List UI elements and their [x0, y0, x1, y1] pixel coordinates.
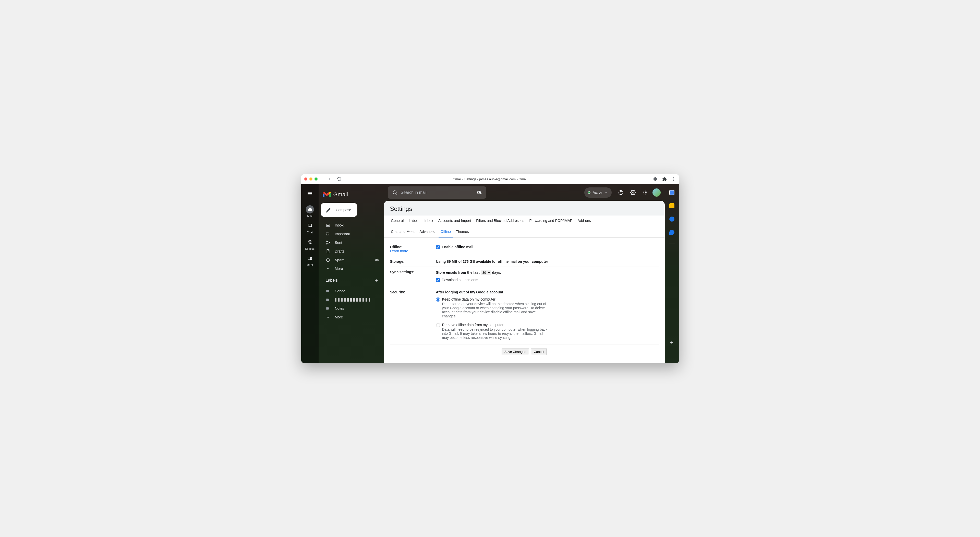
- help-button[interactable]: [616, 187, 626, 198]
- minimize-window[interactable]: [309, 177, 312, 180]
- keep-app[interactable]: [667, 201, 677, 211]
- search-icon: [392, 190, 398, 195]
- svg-rect-5: [308, 257, 310, 260]
- sync-label: Sync settings:: [390, 270, 415, 274]
- save-button[interactable]: Save Changes: [502, 349, 529, 355]
- contacts-app[interactable]: [667, 227, 677, 237]
- svg-point-17: [645, 192, 646, 193]
- main-menu-button[interactable]: [304, 187, 316, 200]
- back-button[interactable]: [328, 177, 332, 181]
- tab-themes[interactable]: Themes: [454, 226, 471, 237]
- sidebar-item-label: Inbox: [335, 223, 344, 227]
- traffic-lights: [304, 177, 318, 180]
- tune-icon[interactable]: [476, 190, 482, 195]
- tab-labels[interactable]: Labels: [407, 215, 421, 226]
- drafts-icon: [326, 249, 330, 253]
- enable-offline-row[interactable]: Enable offline mail: [436, 245, 659, 249]
- svg-point-10: [480, 193, 482, 194]
- storage-value: Using 89 MB of 276 GB available for offl…: [436, 260, 659, 263]
- tab-chat[interactable]: Chat and Meet: [389, 226, 417, 237]
- labels-more[interactable]: More: [321, 313, 382, 321]
- tab-inbox[interactable]: Inbox: [423, 215, 435, 226]
- learn-more-link[interactable]: Learn more: [390, 249, 436, 253]
- close-window[interactable]: [304, 177, 307, 180]
- extensions-puzzle-icon[interactable]: [662, 177, 667, 181]
- download-attachments-checkbox[interactable]: [436, 278, 440, 282]
- sidebar-item-inbox[interactable]: Inbox: [321, 221, 382, 229]
- keep-data-radio[interactable]: [436, 298, 440, 301]
- extension-icon[interactable]: [653, 177, 658, 181]
- enable-offline-checkbox[interactable]: [436, 245, 440, 249]
- remove-data-row[interactable]: Remove offline data from my computer Dat…: [436, 323, 659, 339]
- tab-forwarding[interactable]: Forwarding and POP/IMAP: [527, 215, 574, 226]
- download-attachments-row[interactable]: Download attachments: [436, 278, 659, 282]
- remove-data-radio[interactable]: [436, 323, 440, 327]
- download-attachments-label: Download attachments: [442, 278, 478, 282]
- label-notes[interactable]: Notes: [321, 304, 382, 312]
- svg-point-16: [643, 192, 644, 193]
- label-redacted[interactable]: [321, 296, 382, 304]
- label-text: Condo: [335, 289, 345, 293]
- settings-button[interactable]: [628, 187, 638, 198]
- mail-icon: [307, 207, 312, 212]
- status-label: Active: [592, 191, 602, 194]
- rail-mail[interactable]: Mail: [303, 204, 317, 219]
- browser-menu-icon[interactable]: [671, 177, 676, 181]
- tab-general[interactable]: General: [389, 215, 406, 226]
- rail-spaces-label: Spaces: [305, 247, 315, 250]
- svg-point-21: [646, 194, 647, 194]
- sidebar-item-label: Spam: [335, 258, 345, 262]
- compose-button[interactable]: Compose: [321, 203, 357, 217]
- chevron-down-icon: [605, 191, 608, 194]
- calendar-app[interactable]: [667, 187, 677, 198]
- sync-suffix: days.: [492, 271, 501, 274]
- svg-point-18: [646, 192, 647, 193]
- tab-advanced[interactable]: Advanced: [417, 226, 437, 237]
- spam-icon: [326, 258, 330, 262]
- apps-button[interactable]: [640, 187, 651, 198]
- maximize-window[interactable]: [315, 177, 318, 180]
- tab-accounts[interactable]: Accounts and Import: [436, 215, 473, 226]
- spaces-icon: [307, 239, 312, 245]
- offline-label: Offline:: [390, 245, 402, 249]
- svg-point-13: [643, 191, 644, 191]
- sidebar-item-sent[interactable]: Sent: [321, 239, 382, 247]
- keep-data-row[interactable]: Keep offline data on my computer Data st…: [436, 297, 659, 318]
- label-icon: [326, 289, 330, 293]
- reload-button[interactable]: [337, 177, 342, 181]
- status-chip[interactable]: Active: [584, 187, 611, 198]
- right-rail: +: [665, 184, 679, 363]
- label-text-redacted: [335, 298, 371, 301]
- rail-spaces[interactable]: Spaces: [303, 236, 317, 252]
- cancel-button[interactable]: Cancel: [531, 349, 547, 355]
- add-label-button[interactable]: [374, 278, 379, 283]
- account-avatar[interactable]: [652, 188, 661, 197]
- gmail-logo[interactable]: Gmail: [323, 191, 348, 198]
- rail-meet[interactable]: Meet: [303, 253, 317, 268]
- contacts-icon: [669, 230, 675, 235]
- sidebar-item-spam[interactable]: Spam 84: [321, 256, 382, 264]
- label-text: More: [335, 315, 343, 319]
- calendar-icon: [669, 190, 675, 195]
- tab-offline[interactable]: Offline: [439, 226, 453, 237]
- tab-addons[interactable]: Add-ons: [575, 215, 593, 226]
- page-title: Gmail - Settings - james.auble@gmail.com…: [453, 177, 527, 181]
- add-addon-button[interactable]: +: [667, 338, 677, 348]
- remove-data-title: Remove offline data from my computer: [442, 323, 549, 327]
- keep-data-desc: Data stored on your device will not be d…: [442, 302, 549, 318]
- svg-point-20: [645, 194, 646, 194]
- label-condo[interactable]: Condo: [321, 287, 382, 295]
- svg-point-0: [673, 177, 674, 178]
- sidebar-item-important[interactable]: Important: [321, 230, 382, 238]
- chevron-down-icon: [326, 266, 330, 271]
- sync-days-select[interactable]: 30: [481, 270, 491, 275]
- tasks-app[interactable]: [667, 214, 677, 224]
- svg-point-14: [645, 191, 646, 191]
- sidebar-item-drafts[interactable]: Drafts: [321, 247, 382, 255]
- sidebar-item-more[interactable]: More: [321, 265, 382, 273]
- rail-chat[interactable]: Chat: [303, 220, 317, 236]
- search-input[interactable]: [401, 190, 474, 195]
- tab-filters[interactable]: Filters and Blocked Addresses: [474, 215, 526, 226]
- status-dot-icon: [588, 191, 590, 194]
- search-box[interactable]: [388, 186, 486, 199]
